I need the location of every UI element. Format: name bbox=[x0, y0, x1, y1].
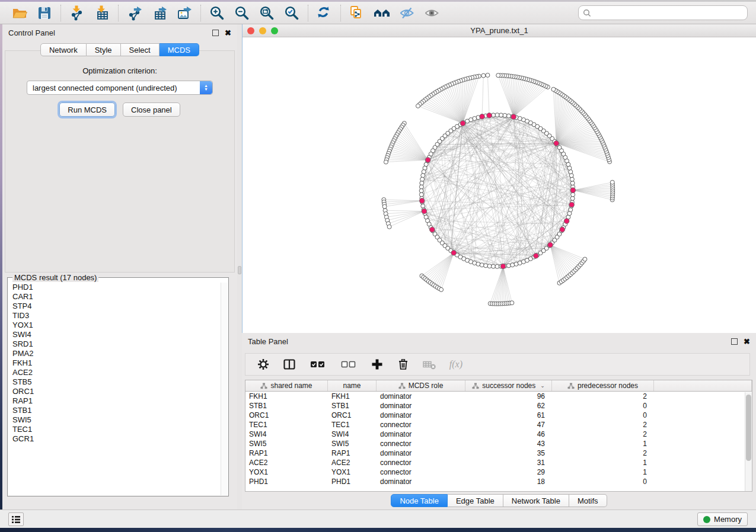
table-body: FKH1FKH1dominator962STB1STB1dominator620… bbox=[245, 392, 752, 486]
tab-mcds[interactable]: MCDS bbox=[160, 43, 199, 56]
cell-shared-name: YOX1 bbox=[245, 467, 328, 477]
mcds-list-scrollbar[interactable] bbox=[221, 283, 228, 495]
table-scrollbar[interactable] bbox=[745, 392, 752, 491]
table-row[interactable]: ORC1ORC1dominator610 bbox=[245, 411, 752, 420]
mcds-result-item[interactable]: SWI5 bbox=[8, 415, 221, 425]
splitter-handle-icon[interactable] bbox=[238, 266, 241, 274]
network-title-bar[interactable]: YPA_prune.txt_1 bbox=[243, 24, 756, 37]
cell-predecessor-nodes: 2 bbox=[552, 448, 654, 458]
cell-successor-nodes: 43 bbox=[465, 439, 552, 448]
column-header-predecessor-nodes[interactable]: predecessor nodes bbox=[552, 380, 654, 391]
close-panel-button[interactable]: Close panel bbox=[123, 102, 180, 117]
table-row[interactable]: TEC1TEC1connector472 bbox=[245, 420, 752, 430]
table-row[interactable]: PHD1PHD1dominator180 bbox=[245, 477, 752, 486]
network-canvas[interactable] bbox=[243, 37, 756, 333]
table-row[interactable]: RAP1RAP1dominator352 bbox=[245, 448, 752, 458]
cell-name: SWI5 bbox=[328, 439, 377, 448]
tab-select[interactable]: Select bbox=[121, 43, 160, 56]
mcds-result-list[interactable]: PHD1CAR1STP4TID3YOX1SWI4SRD1PMA2FKH1ACE2… bbox=[8, 283, 221, 495]
cell-shared-name: ACE2 bbox=[245, 458, 328, 467]
close-table-panel-icon[interactable]: ✖ bbox=[744, 338, 750, 345]
cell-successor-nodes: 96 bbox=[465, 392, 552, 401]
cell-name: STB1 bbox=[328, 401, 377, 411]
optimization-criterion-select[interactable]: largest connected component (undirected)… bbox=[27, 81, 213, 95]
select-all-icon[interactable] bbox=[308, 357, 327, 371]
column-scope-icon bbox=[398, 383, 406, 389]
mcds-result-item[interactable]: ACE2 bbox=[8, 368, 221, 377]
import-table-icon[interactable] bbox=[93, 4, 111, 22]
cell-predecessor-nodes: 2 bbox=[552, 392, 654, 401]
settings-gear-icon[interactable] bbox=[256, 357, 270, 371]
mcds-result-item[interactable]: SRD1 bbox=[8, 339, 221, 349]
mcds-result-item[interactable]: TEC1 bbox=[8, 425, 221, 434]
import-network-icon[interactable] bbox=[68, 4, 86, 22]
run-mcds-button[interactable]: Run MCDS bbox=[59, 102, 115, 117]
save-session-icon[interactable] bbox=[36, 4, 53, 22]
mcds-result-item[interactable]: STB5 bbox=[8, 377, 221, 387]
search-input[interactable] bbox=[591, 8, 743, 18]
mcds-result-item[interactable]: STP4 bbox=[8, 302, 221, 311]
mcds-result-item[interactable]: RAP1 bbox=[8, 396, 221, 406]
export-network-icon[interactable] bbox=[126, 4, 143, 22]
cell-name: TEC1 bbox=[328, 420, 377, 430]
table-row[interactable]: SWI5SWI5connector431 bbox=[245, 439, 752, 448]
tab-style[interactable]: Style bbox=[87, 43, 121, 56]
zoom-in-icon[interactable] bbox=[208, 4, 226, 22]
search-box[interactable] bbox=[578, 5, 748, 20]
mcds-result-item[interactable]: GCR1 bbox=[8, 434, 221, 444]
column-header-shared-name[interactable]: shared name bbox=[245, 380, 328, 391]
clone-network-icon[interactable] bbox=[348, 4, 366, 22]
mcds-result-item[interactable]: PHD1 bbox=[8, 283, 221, 292]
cell-predecessor-nodes: 0 bbox=[552, 477, 654, 486]
zoom-out-icon[interactable] bbox=[233, 4, 251, 22]
close-panel-icon[interactable]: ✖ bbox=[225, 30, 231, 36]
cell-successor-nodes: 47 bbox=[465, 420, 552, 430]
zoom-fit-icon[interactable] bbox=[258, 4, 276, 22]
mcds-result-item[interactable]: TID3 bbox=[8, 311, 221, 321]
float-panel-icon[interactable] bbox=[212, 30, 219, 36]
tab-edge-table[interactable]: Edge Table bbox=[448, 494, 503, 507]
column-header-successor-nodes[interactable]: successor nodes⌄ bbox=[465, 380, 552, 391]
mcds-result-item[interactable]: YOX1 bbox=[8, 321, 221, 330]
table-row[interactable]: ACE2ACE2connector311 bbox=[245, 458, 752, 467]
hide-selected-icon[interactable] bbox=[398, 4, 416, 22]
mcds-result-item[interactable]: STB1 bbox=[8, 406, 221, 415]
mcds-result-item[interactable]: ORC1 bbox=[8, 387, 221, 396]
table-panel: Table Panel ✖ f(x) shared namenameMCDS r… bbox=[242, 333, 756, 509]
refresh-icon[interactable] bbox=[315, 4, 333, 22]
mcds-result-item[interactable]: PMA2 bbox=[8, 349, 221, 358]
cell-shared-name: ORC1 bbox=[245, 411, 328, 420]
mcds-result-item[interactable]: SWI4 bbox=[8, 330, 221, 339]
column-selector-icon[interactable] bbox=[282, 357, 296, 371]
cell-MCDS-role: dominator bbox=[377, 448, 465, 458]
table-row[interactable]: SWI4SWI4dominator462 bbox=[245, 430, 752, 439]
open-session-icon[interactable] bbox=[11, 4, 28, 22]
mcds-result-item[interactable]: CAR1 bbox=[8, 292, 221, 302]
table-row[interactable]: FKH1FKH1dominator962 bbox=[245, 392, 752, 401]
tab-motifs[interactable]: Motifs bbox=[569, 494, 607, 507]
status-menu-button[interactable] bbox=[8, 512, 24, 526]
first-neighbors-icon[interactable] bbox=[373, 4, 391, 22]
cell-shared-name: SWI4 bbox=[245, 430, 328, 439]
show-all-icon[interactable] bbox=[423, 4, 441, 22]
deselect-all-icon[interactable] bbox=[339, 357, 358, 371]
export-table-icon[interactable] bbox=[151, 4, 168, 22]
zoom-selected-icon[interactable] bbox=[283, 4, 301, 22]
mcds-result-item[interactable]: FKH1 bbox=[8, 358, 221, 368]
tab-node-table[interactable]: Node Table bbox=[391, 494, 448, 507]
control-panel: Control Panel ✖ NetworkStyleSelectMCDS O… bbox=[2, 24, 237, 509]
table-row[interactable]: STB1STB1dominator620 bbox=[245, 401, 752, 411]
tab-network-table[interactable]: Network Table bbox=[503, 494, 569, 507]
table-scrollbar-thumb[interactable] bbox=[746, 395, 751, 461]
float-table-panel-icon[interactable] bbox=[731, 338, 738, 345]
panel-splitter[interactable] bbox=[237, 24, 242, 509]
column-header-MCDS-role[interactable]: MCDS role bbox=[377, 380, 465, 391]
column-header-name[interactable]: name bbox=[328, 380, 377, 391]
table-row[interactable]: YOX1YOX1connector291 bbox=[245, 467, 752, 477]
add-column-icon[interactable] bbox=[370, 357, 384, 371]
memory-button[interactable]: Memory bbox=[697, 512, 748, 526]
tab-network[interactable]: Network bbox=[40, 43, 87, 56]
export-image-icon[interactable] bbox=[176, 4, 193, 22]
delete-column-icon[interactable] bbox=[396, 357, 410, 371]
toolbar-separator bbox=[340, 5, 341, 21]
